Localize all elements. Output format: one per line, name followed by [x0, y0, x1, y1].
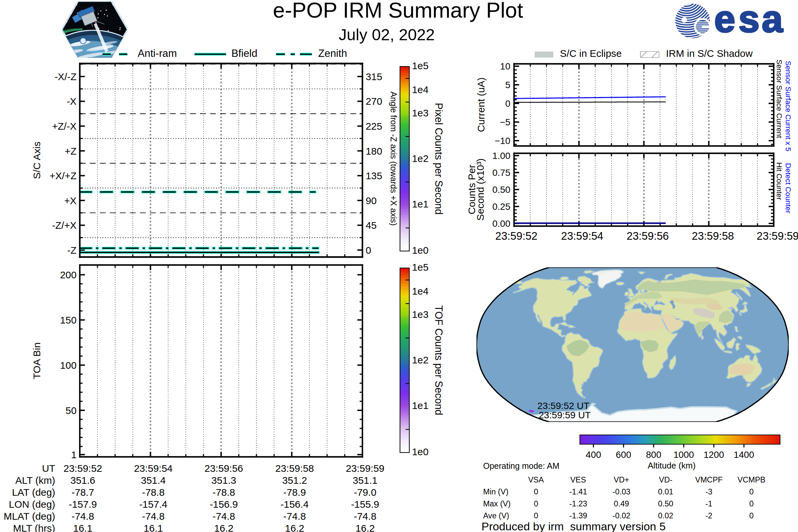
svg-text:+Z: +Z: [65, 146, 77, 157]
svg-text:-78.8: -78.8: [142, 487, 165, 498]
svg-text:Anti-ram: Anti-ram: [138, 48, 177, 59]
svg-text:-74.8: -74.8: [142, 511, 165, 522]
svg-text:-1.23: -1.23: [569, 499, 587, 508]
svg-text:0: 0: [749, 488, 754, 496]
svg-text:0.25: 0.25: [492, 202, 510, 212]
svg-text:Altitude (km): Altitude (km): [648, 461, 696, 470]
svg-text:Bfield: Bfield: [231, 48, 258, 59]
svg-text:10: 10: [500, 61, 510, 72]
svg-text:Min (V): Min (V): [483, 488, 508, 496]
svg-text:1e5: 1e5: [412, 262, 429, 273]
svg-text:16.2: 16.2: [356, 523, 375, 532]
svg-text:0: 0: [749, 511, 754, 520]
svg-text:VD-: VD-: [659, 475, 673, 484]
svg-text:135: 135: [366, 170, 382, 181]
svg-text:1200: 1200: [704, 450, 724, 460]
svg-text:Angle from -Z axis (towards +X: Angle from -Z axis (towards +X axis): [389, 92, 398, 226]
svg-text:0.50: 0.50: [492, 185, 510, 195]
svg-text:315: 315: [366, 71, 382, 82]
svg-text:Operating mode: AM: Operating mode: AM: [483, 461, 559, 471]
svg-text:-3: -3: [706, 488, 712, 496]
svg-text:351.3: 351.3: [211, 475, 236, 486]
svg-text:23:59:59 UT: 23:59:59 UT: [539, 410, 591, 420]
svg-text:1.00: 1.00: [492, 151, 510, 161]
svg-text:TOA Bin: TOA Bin: [31, 342, 42, 379]
svg-text:180: 180: [366, 146, 382, 157]
svg-text:1400: 1400: [734, 450, 754, 460]
svg-text:23:59:56: 23:59:56: [205, 463, 243, 474]
svg-text:-74.8: -74.8: [72, 511, 94, 522]
svg-text:-156.4: -156.4: [281, 499, 309, 510]
svg-text:23:59:52: 23:59:52: [63, 463, 102, 474]
svg-text:1e3: 1e3: [412, 309, 429, 320]
svg-text:1e2: 1e2: [412, 153, 429, 164]
svg-text:Sensor Surface Current: Sensor Surface Current: [775, 59, 783, 138]
svg-text:−10: −10: [495, 136, 510, 146]
svg-text:+X: +X: [64, 195, 76, 206]
svg-text:-79.0: -79.0: [354, 487, 376, 498]
svg-text:225: 225: [366, 121, 382, 132]
svg-text:ALT (km): ALT (km): [15, 475, 55, 486]
svg-text:S/C in Eclipse: S/C in Eclipse: [560, 48, 622, 59]
svg-text:270: 270: [366, 96, 382, 107]
svg-text:1e0: 1e0: [412, 446, 429, 457]
svg-text:-Z/+X: -Z/+X: [52, 220, 76, 231]
svg-text:1e0: 1e0: [412, 245, 429, 256]
svg-text:0: 0: [534, 499, 538, 508]
svg-text:Max (V): Max (V): [483, 499, 511, 508]
svg-text:23:59:58: 23:59:58: [275, 463, 314, 474]
svg-text:1e2: 1e2: [412, 355, 429, 365]
svg-text:-1.39: -1.39: [569, 511, 587, 520]
svg-text:50: 50: [65, 405, 76, 416]
svg-text:0: 0: [505, 98, 510, 109]
svg-text:-Z: -Z: [67, 245, 76, 256]
svg-text:Zenith: Zenith: [318, 48, 347, 59]
svg-text:-78.8: -78.8: [212, 487, 235, 498]
svg-text:23:59:59: 23:59:59: [346, 463, 384, 474]
svg-text:Current (uA): Current (uA): [475, 77, 487, 132]
svg-text:0: 0: [534, 511, 538, 520]
svg-text:MLT (hrs): MLT (hrs): [13, 523, 55, 532]
svg-text:1000: 1000: [673, 450, 694, 460]
svg-text:0.00: 0.00: [492, 218, 510, 229]
svg-text:0: 0: [749, 499, 754, 508]
svg-text:1e1: 1e1: [412, 198, 429, 209]
svg-text:0.49: 0.49: [614, 499, 629, 508]
svg-text:400: 400: [586, 450, 601, 460]
svg-text:−5: −5: [500, 117, 510, 127]
svg-text:-74.8: -74.8: [354, 511, 376, 522]
svg-text:-155.9: -155.9: [351, 499, 379, 510]
svg-text:Ave (V): Ave (V): [483, 511, 509, 520]
svg-text:351.1: 351.1: [353, 475, 378, 486]
svg-text:-74.8: -74.8: [212, 511, 235, 522]
svg-text:VCMPB: VCMPB: [738, 475, 765, 484]
svg-text:351.6: 351.6: [71, 475, 95, 486]
svg-text:-1: -1: [706, 499, 712, 508]
svg-text:5: 5: [505, 80, 510, 90]
svg-text:Hit Counter: Hit Counter: [775, 162, 783, 200]
svg-text:VSA: VSA: [528, 475, 544, 484]
svg-text:0: 0: [534, 488, 538, 496]
svg-text:LON (deg): LON (deg): [9, 499, 55, 510]
svg-text:16.1: 16.1: [73, 523, 92, 532]
svg-text:0.02: 0.02: [658, 511, 673, 520]
svg-text:-157.9: -157.9: [69, 499, 97, 510]
svg-text:July 02, 2022: July 02, 2022: [339, 25, 435, 43]
svg-text:800: 800: [646, 450, 661, 460]
svg-text:Pixel Counts per Second: Pixel Counts per Second: [433, 103, 444, 214]
svg-text:VMCPF: VMCPF: [695, 475, 723, 484]
svg-text:200: 200: [60, 269, 76, 280]
svg-text:1e4: 1e4: [412, 286, 429, 297]
svg-text:VES: VES: [570, 475, 586, 484]
svg-text:Second (x10³): Second (x10³): [475, 158, 486, 221]
svg-text:23:59:59: 23:59:59: [757, 230, 798, 242]
svg-text:UT: UT: [42, 463, 55, 474]
svg-text:-2: -2: [706, 511, 712, 520]
svg-text:23:59:54: 23:59:54: [561, 230, 604, 242]
svg-text:150: 150: [60, 315, 76, 325]
svg-text:16.1: 16.1: [144, 523, 163, 532]
svg-text:1e5: 1e5: [412, 60, 429, 71]
svg-text:VD+: VD+: [614, 475, 629, 484]
svg-text:-157.4: -157.4: [139, 499, 168, 510]
svg-text:1e1: 1e1: [412, 400, 429, 411]
